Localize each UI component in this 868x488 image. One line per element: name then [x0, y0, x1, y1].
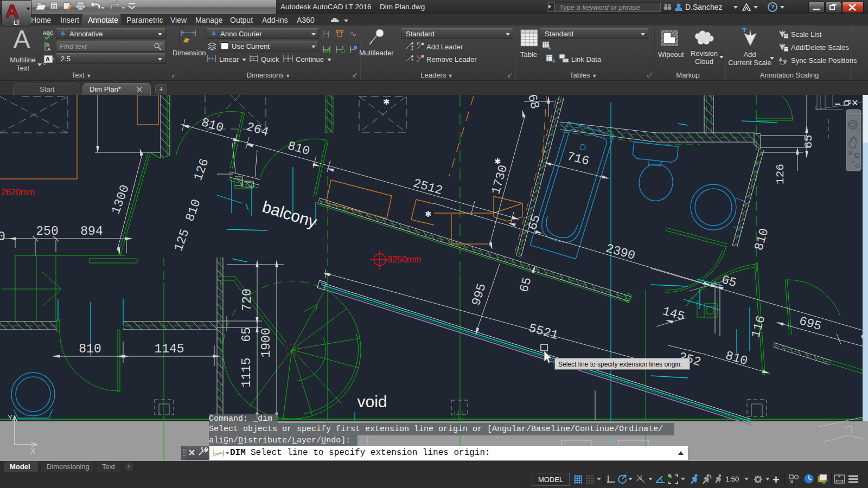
svg-text:X: X [30, 447, 36, 455]
svg-text:5521: 5521 [527, 321, 560, 343]
svg-text:126: 126 [774, 164, 787, 184]
svg-text:116: 116 [749, 314, 768, 339]
svg-text:2512: 2512 [412, 176, 444, 198]
svg-text:65: 65 [517, 275, 535, 294]
svg-text:125: 125 [171, 227, 193, 253]
svg-text:3250mm: 3250mm [387, 255, 421, 264]
svg-text:2D: 2D [856, 127, 861, 132]
svg-text:void: void [357, 393, 387, 410]
svg-text:✱: ✱ [425, 209, 432, 219]
svg-text:720: 720 [240, 288, 254, 311]
svg-text:250: 250 [36, 224, 58, 239]
svg-text:✱: ✱ [383, 97, 390, 106]
svg-text:810: 810 [200, 115, 225, 135]
svg-text:264: 264 [245, 120, 270, 139]
svg-text:LT: LT [14, 20, 20, 26]
svg-text:2390: 2390 [604, 241, 637, 263]
svg-text:2620mm: 2620mm [1, 188, 35, 197]
svg-text:65: 65 [802, 134, 815, 148]
svg-text:810: 810 [752, 227, 771, 252]
svg-text:1145: 1145 [154, 342, 184, 356]
svg-text:ABC: ABC [43, 30, 54, 36]
svg-text:1115: 1115 [240, 357, 254, 387]
svg-text:145: 145 [661, 304, 686, 324]
svg-text:A: A [46, 56, 50, 62]
svg-text:894: 894 [80, 224, 103, 239]
svg-text:716: 716 [565, 150, 590, 169]
svg-text:695: 695 [797, 314, 823, 333]
svg-text:65: 65 [240, 327, 254, 342]
svg-text:810: 810 [79, 342, 101, 356]
svg-text:1900: 1900 [259, 328, 273, 357]
svg-text:68: 68 [525, 95, 542, 111]
svg-text:810: 810 [286, 139, 311, 158]
svg-text:Y: Y [8, 413, 13, 422]
svg-text:126: 126 [191, 157, 212, 183]
svg-text:810: 810 [724, 349, 749, 368]
svg-text:810: 810 [183, 197, 204, 223]
svg-text:A: A [47, 47, 51, 52]
svg-text:A: A [5, 1, 19, 21]
svg-text:1300: 1300 [109, 183, 132, 216]
svg-text:0: 0 [0, 230, 5, 244]
svg-text:?: ? [771, 4, 775, 10]
svg-text:balcony: balcony [260, 197, 320, 231]
